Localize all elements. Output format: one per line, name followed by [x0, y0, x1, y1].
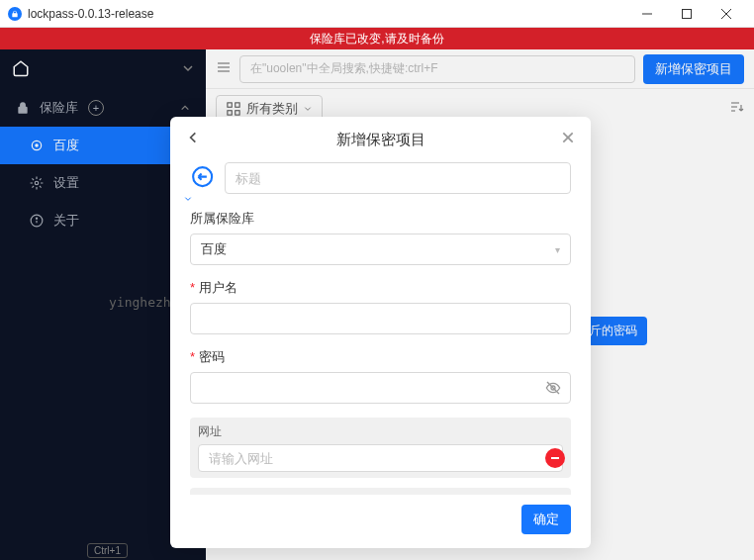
vault-field-label: 所属保险库 — [190, 210, 571, 228]
app-icon — [8, 7, 22, 21]
svg-rect-1 — [683, 9, 692, 18]
modal-title: 新增保密项目 — [200, 131, 561, 149]
close-icon[interactable] — [561, 131, 575, 148]
remove-url-button[interactable] — [545, 448, 565, 468]
url-input[interactable] — [198, 444, 563, 472]
username-label: 用户名 — [190, 279, 571, 297]
minimize-button[interactable] — [627, 0, 667, 28]
eye-off-icon[interactable] — [545, 380, 561, 400]
password-label: 密码 — [190, 348, 571, 366]
password-input[interactable] — [190, 372, 571, 404]
window-title: lockpass-0.0.13-release — [28, 7, 153, 21]
url-field-block: 网址 — [190, 418, 571, 478]
url-label: 网址 — [198, 423, 563, 440]
add-more-button[interactable]: + 添加更多 — [190, 488, 571, 495]
username-input[interactable] — [190, 303, 571, 334]
window-titlebar: lockpass-0.0.13-release — [0, 0, 754, 28]
vault-select[interactable]: 百度 ▾ — [190, 233, 571, 265]
add-secret-modal: 新增保密项目 所属保险库 百度 ▾ 用户名 密码 — [170, 117, 591, 548]
title-input[interactable] — [225, 162, 571, 194]
confirm-button[interactable]: 确定 — [521, 505, 571, 534]
back-button[interactable] — [186, 131, 200, 148]
close-button[interactable] — [707, 0, 746, 28]
chevron-down-icon: ▾ — [555, 244, 560, 255]
entry-type-icon[interactable] — [190, 164, 215, 192]
backup-banner: 保险库已改变,请及时备份 — [0, 28, 754, 49]
maximize-button[interactable] — [667, 0, 707, 28]
